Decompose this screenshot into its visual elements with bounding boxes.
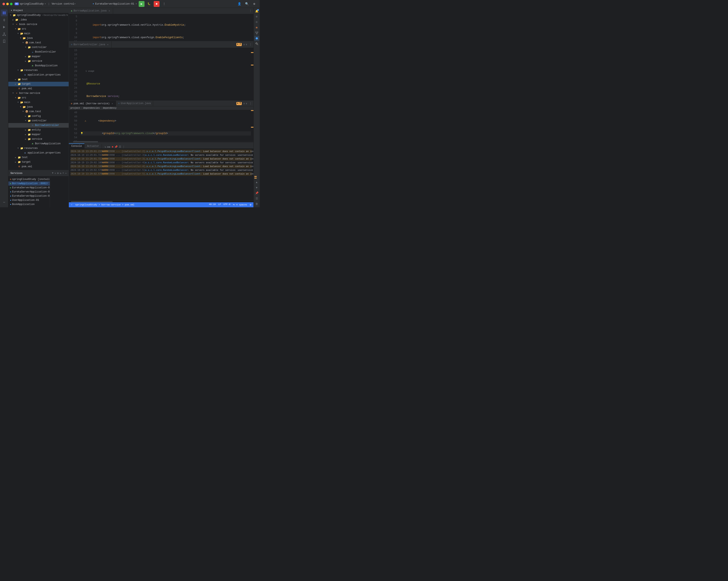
tree-item-brs-test[interactable]: ▶ 📁 test — [8, 155, 69, 160]
settings-button[interactable]: ⚙ — [251, 1, 257, 7]
tree-item-bs-main[interactable]: ▼ 📂 main — [8, 31, 69, 36]
svc-item-EurekaServer-01[interactable]: ● EurekaServerApplication-01 — [8, 190, 50, 194]
warning-nav-down[interactable]: ∨ — [246, 43, 247, 46]
sidebar-icon-bookmarks[interactable] — [1, 38, 7, 45]
debug-button[interactable]: 🐛 — [146, 1, 152, 7]
tree-item-idea[interactable]: ▶ 📁 .idea — [8, 18, 69, 22]
tree-item-BookApplication[interactable]: ▶ ☘ BookApplication — [8, 63, 69, 68]
maximize-button[interactable] — [10, 3, 12, 5]
breadcrumb-dependencies[interactable]: dependencies — [83, 107, 100, 109]
stop-button[interactable]: ■ — [154, 1, 160, 7]
sidebar-icon-more[interactable]: ⋯ — [1, 199, 7, 206]
status-path[interactable]: springCloudStudy > borrow-service > pom.… — [75, 204, 134, 206]
services-action-close[interactable]: ✕ — [55, 172, 56, 175]
tab-close-BorrowApplication[interactable]: ✕ — [108, 9, 111, 12]
tree-item-bs-service[interactable]: ▶ 📁 service — [8, 59, 69, 63]
tab-close-BorrowController[interactable]: ✕ — [106, 43, 109, 46]
tab-BorrowApplication[interactable]: ☘ BorrowApplication.java ✕ — [69, 8, 113, 14]
bottom-warning-nav-up[interactable]: ∧ — [243, 102, 245, 105]
svc-item-UserApplication-01[interactable]: ● UserApplication-01 — [8, 198, 50, 202]
tree-item-brs-main[interactable]: ▼ 📂 main — [8, 100, 69, 105]
top-scrollbar[interactable] — [251, 14, 254, 41]
console-settings[interactable]: ☰ — [119, 146, 121, 149]
console-stop[interactable]: ■ — [112, 146, 113, 149]
tree-item-brs-comtest[interactable]: ▼ 📦 com.test — [8, 109, 69, 114]
search-everywhere-button[interactable]: 🔍 — [244, 1, 250, 7]
bottom-code-editor[interactable]: 4849505152535455 ⚠ <dependency> 💡 <group… — [69, 110, 254, 141]
tree-item-brs-resources[interactable]: ▼ 📁 resources — [8, 146, 69, 151]
tree-item-bs-mapper[interactable]: ▶ 📁 mapper — [8, 54, 69, 59]
tree-item-bs-appprop[interactable]: ▶ ⚙ application.properties — [8, 73, 69, 77]
bottom-scrollbar[interactable] — [251, 110, 254, 141]
console-more[interactable]: ⋮ — [123, 146, 125, 149]
svc-item-springCloudStudy[interactable]: m springCloudStudy [install] — [8, 177, 50, 181]
warning-nav-up[interactable]: ∧ — [243, 43, 245, 46]
right-icon-m[interactable]: m — [254, 25, 259, 30]
tree-item-book-service[interactable]: ▼ ▪ book-service — [8, 22, 69, 27]
middle-code-editor[interactable]: 1516171819202122 23▶ 242526272829 1 usag… — [69, 48, 254, 101]
console-pin[interactable]: 📌 — [114, 146, 118, 149]
run-config-dropdown[interactable]: ▾ — [136, 2, 137, 5]
services-action-add[interactable]: + — [62, 172, 64, 175]
services-action-refresh[interactable]: ↻ — [60, 172, 61, 175]
right-icon-format[interactable]: ☰ — [254, 196, 259, 201]
tree-item-bs-src[interactable]: ▼ 📂 src — [8, 27, 69, 31]
sidebar-icon-project[interactable] — [1, 9, 7, 16]
breadcrumb-dependency[interactable]: dependency — [103, 107, 116, 109]
right-icon-scroll-up[interactable]: ▲ — [254, 180, 259, 185]
tab-pom-borrow[interactable]: m pom.xml (borrow-service) ✕ — [69, 101, 116, 106]
svc-item-BorrowApplication[interactable]: ▶ BorrowApplication :8082/ — [8, 181, 50, 186]
tree-item-brs-java[interactable]: ▼ 📂 java — [8, 105, 69, 109]
bottom-warning-nav-down[interactable]: ∨ — [246, 102, 247, 105]
tab-UserApplication[interactable]: ○ UserApplication.java — [116, 101, 153, 106]
tree-item-brs-appprop[interactable]: ▶ ⚙ application.properties — [8, 151, 69, 155]
run-button[interactable]: ▶ — [139, 1, 145, 7]
profile-button[interactable]: 👤 — [236, 1, 242, 7]
right-icon-git[interactable] — [254, 30, 259, 35]
tree-item-brs-target[interactable]: ▶ 📁 target — [8, 160, 69, 164]
tree-item-brs-service[interactable]: ▶ 📁 service — [8, 137, 69, 141]
status-encoding[interactable]: UTF-8 — [224, 203, 230, 207]
sidebar-icon-structure[interactable] — [1, 31, 7, 37]
tree-item-BorrowController[interactable]: ▶ ○ BorrowController — [8, 123, 69, 128]
expand-idea[interactable]: ▶ — [12, 19, 15, 21]
right-icon-trash[interactable]: 🗑 — [254, 202, 259, 207]
tree-item-BorrowApplication[interactable]: ▶ ☘ BorrowApplication — [8, 141, 69, 146]
tree-item-BookController[interactable]: ▶ ☕ BookController — [8, 50, 69, 54]
tree-item-brs-pom[interactable]: ▶ m pom.xml — [8, 164, 69, 169]
close-button[interactable] — [2, 3, 5, 5]
status-line-ending[interactable]: LF — [218, 203, 221, 207]
console-refresh[interactable]: ↻ — [105, 146, 106, 149]
bottom-code-lines[interactable]: ⚠ <dependency> 💡 <groupId>org.springfram… — [79, 110, 251, 141]
svc-item-EurekaServer-02[interactable]: ▶ EurekaServerApplication-02 — [8, 186, 50, 190]
right-icon-scroll-down[interactable]: ▼ — [254, 185, 259, 190]
sidebar-icon-run[interactable] — [1, 24, 7, 30]
tree-item-borrow-service[interactable]: ▼ ▪ borrow-service — [8, 91, 69, 96]
tree-item-bs-comtest[interactable]: ▼ 📦 com.test — [8, 41, 69, 45]
version-control-menu[interactable]: Version control — [52, 2, 74, 5]
right-icon-problems[interactable]: ⊞ — [254, 14, 259, 19]
project-panel-header[interactable]: Project — [8, 8, 69, 13]
expand-book-service[interactable]: ▼ — [12, 23, 15, 25]
right-icon-notifications[interactable]: 🔔 — [254, 9, 259, 14]
right-icon-plugins[interactable]: 🔌 — [254, 41, 259, 46]
tree-item-bs-target[interactable]: ▶ 📁 target — [8, 82, 69, 86]
tree-item-bs-java[interactable]: ▼ 📂 java — [8, 36, 69, 41]
console-tab-console[interactable]: Console — [69, 143, 84, 149]
tab-close-pom-borrow[interactable]: ✕ — [111, 102, 114, 105]
middle-tab-more[interactable]: ⋮ — [249, 43, 252, 46]
services-action-filter[interactable]: ⊞ — [57, 172, 59, 175]
svc-item-BookApplication[interactable]: ● BookApplication — [8, 202, 50, 207]
bottom-tab-more[interactable]: ⋮ — [249, 102, 252, 105]
services-action-more[interactable]: ⋯ — [65, 172, 67, 175]
tree-item-brs-config[interactable]: ▶ 📁 config — [8, 114, 69, 118]
tree-item-brs-entity[interactable]: ▶ 📁 entity — [8, 128, 69, 132]
more-run-options[interactable]: ⋮ — [161, 1, 167, 7]
tab-actions-more[interactable]: ⋮ — [249, 9, 252, 12]
tree-item-bs-controller[interactable]: ▼ 📁 controller — [8, 45, 69, 50]
minimize-button[interactable] — [6, 3, 9, 5]
middle-scrollbar[interactable] — [251, 48, 254, 101]
tree-item-bs-pom[interactable]: ▶ m pom.xml — [8, 86, 69, 91]
console-output[interactable]: 2024-10-19 13:29:01.219 WARN 93998 --- [… — [69, 149, 254, 201]
middle-code-lines[interactable]: 1 usage @Resource BorrowService service;… — [79, 48, 251, 101]
